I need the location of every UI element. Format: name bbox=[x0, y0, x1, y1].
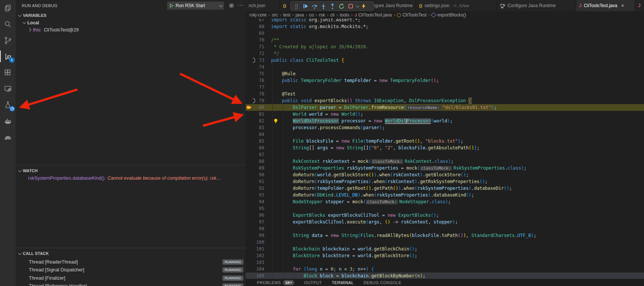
code-text[interactable]: DslParser parser = DslParser.fromResourc… bbox=[293, 104, 496, 111]
sidebar-item-run-and-debug[interactable]: 1 bbox=[0, 48, 16, 64]
code-text[interactable]: doReturn(DbKind.LEVEL_DB).when(rskSystem… bbox=[293, 192, 474, 198]
code-line[interactable]: 86String[] args = new String[]{"0", "2",… bbox=[246, 144, 644, 151]
sidebar-item-docker[interactable] bbox=[0, 113, 16, 129]
code-line[interactable]: 99String data = new String(Files.readAll… bbox=[246, 232, 644, 239]
step-over-button[interactable] bbox=[311, 3, 318, 10]
line-number[interactable]: 68 bbox=[246, 23, 264, 30]
sidebar-item-search[interactable] bbox=[0, 16, 16, 32]
variable-this[interactable]: this: CliToolsTest@29 bbox=[16, 26, 246, 33]
line-number[interactable]: 96 bbox=[246, 212, 264, 219]
call-stack-thread[interactable]: Thread [Signal Dispatcher]RUNNING bbox=[16, 266, 246, 274]
code-line[interactable]: 93doReturn(DbKind.LEVEL_DB).when(rskSyst… bbox=[246, 192, 644, 198]
watch-expression-row[interactable]: rskSystemProperties.databaseKind(): Cann… bbox=[16, 174, 246, 182]
code-text[interactable]: doReturn(tempFolder.getRoot().getPath())… bbox=[293, 185, 512, 192]
line-number[interactable]: 103 bbox=[246, 259, 264, 266]
code-text[interactable]: for (long n = 0; n < 3; n++) { bbox=[293, 266, 374, 273]
breadcrumb-file[interactable]: CliToolsTest.java bbox=[358, 12, 392, 18]
sidebar-item-remote-explorer[interactable] bbox=[0, 80, 16, 97]
code-text[interactable]: public class CliToolsTest { bbox=[271, 57, 344, 64]
call-stack-thread[interactable]: Thread [Finalizer]RUNNING bbox=[16, 274, 246, 282]
line-number[interactable]: 105 bbox=[246, 273, 264, 279]
line-number[interactable]: 73 bbox=[246, 57, 264, 64]
code-line[interactable]: 78@Test bbox=[246, 91, 644, 97]
line-number[interactable]: 75 bbox=[246, 70, 264, 77]
code-line[interactable]: 105Block block = blockchain.getBlockByNu… bbox=[246, 273, 644, 279]
code-line[interactable]: 79public void exportBlocks() throws IOEx… bbox=[246, 97, 644, 104]
code-line[interactable]: 89RskSystemProperties rskSystemPropertie… bbox=[246, 165, 644, 171]
hot-code-replace-lightning-icon[interactable] bbox=[360, 3, 367, 10]
code-text[interactable]: RskContext rskContext = mock(classToMock… bbox=[293, 158, 453, 165]
code-line[interactable]: 102BlockStore blockStore = world.getBloc… bbox=[246, 252, 644, 259]
code-text[interactable]: NodeStopper stopper = mock(classToMock:N… bbox=[293, 198, 451, 206]
code-line[interactable]: 95 bbox=[246, 205, 644, 212]
code-line[interactable]: 83processor.processCommands(parser); bbox=[246, 124, 644, 131]
panel-tab-problems[interactable]: PROBLEMS1K+ bbox=[257, 280, 294, 285]
line-number[interactable]: 91 bbox=[246, 178, 264, 185]
code-line[interactable]: 92doReturn(tempFolder.getRoot().getPath(… bbox=[246, 185, 644, 192]
line-number[interactable]: 101 bbox=[246, 246, 264, 252]
editor-tab-Configure Java Runtime[interactable]: Configure Java Runtime bbox=[497, 0, 576, 11]
code-text[interactable]: public TemporaryFolder tempFolder = new … bbox=[282, 77, 439, 84]
code-text[interactable]: String data = new String(Files.readAllBy… bbox=[293, 232, 536, 239]
gear-icon[interactable] bbox=[228, 3, 234, 9]
code-text[interactable]: exportBlocksCliTool.execute(args, () -> … bbox=[293, 219, 458, 225]
code-text[interactable]: @Test bbox=[282, 91, 295, 97]
line-number[interactable]: 89 bbox=[246, 165, 264, 171]
line-number[interactable]: 85 bbox=[246, 138, 264, 144]
code-text[interactable]: Blockchain blockchain = world.getBlockCh… bbox=[293, 246, 417, 252]
call-stack-section-header[interactable]: CALL STACK bbox=[16, 250, 246, 257]
line-number[interactable]: 81 bbox=[246, 111, 264, 118]
code-line[interactable]: 91doReturn(rskSystemProperties).when(rsk… bbox=[246, 178, 644, 185]
code-line[interactable]: 77 bbox=[246, 84, 644, 91]
line-number[interactable]: 78 bbox=[246, 91, 264, 97]
breadcrumb-item[interactable]: cli bbox=[330, 12, 334, 18]
breadcrumb-item[interactable]: rsk bbox=[319, 12, 325, 18]
line-number[interactable]: 90 bbox=[246, 171, 264, 178]
code-text[interactable]: BlockStore blockStore = world.getBlockSt… bbox=[293, 252, 417, 259]
call-stack-thread[interactable]: Thread [ReaderThread]RUNNING bbox=[16, 258, 246, 266]
step-out-button[interactable] bbox=[329, 3, 336, 10]
code-line[interactable]: 70/** bbox=[246, 37, 644, 43]
code-line[interactable]: 87 bbox=[246, 151, 644, 158]
code-line[interactable]: 84 bbox=[246, 131, 644, 138]
code-line[interactable]: 85File blocksFile = new File(tempFolder.… bbox=[246, 138, 644, 144]
line-number[interactable]: 100 bbox=[246, 239, 264, 246]
code-text[interactable]: import static org.mockito.Mockito.*; bbox=[271, 23, 368, 30]
code-text[interactable]: File blocksFile = new File(tempFolder.ge… bbox=[293, 138, 463, 144]
code-line[interactable]: 96ExportBlocks exportBlocksCliTool = new… bbox=[246, 212, 644, 219]
editor-tab-settings.json[interactable]: {}settings.json~/.../User bbox=[416, 0, 497, 11]
code-line[interactable]: 103 bbox=[246, 259, 644, 266]
line-number[interactable]: 87 bbox=[246, 151, 264, 158]
drag-handle-icon[interactable] bbox=[293, 3, 300, 10]
code-line[interactable]: 97exportBlocksCliTool.execute(args, () -… bbox=[246, 219, 644, 225]
lightbulb-icon[interactable] bbox=[273, 118, 278, 124]
code-line[interactable]: 104for (long n = 0; n < 3; n++) { bbox=[246, 266, 644, 273]
restart-button[interactable] bbox=[338, 3, 345, 10]
editor-tab-CliToolsTest.java[interactable]: JCliToolsTest.java× bbox=[576, 0, 635, 11]
code-text[interactable]: processor.processCommands(parser); bbox=[293, 124, 385, 131]
code-text[interactable]: doReturn(world.getBlockStore()).when(rsk… bbox=[293, 171, 469, 178]
line-number[interactable]: 84 bbox=[246, 131, 264, 138]
code-line[interactable]: 94NodeStopper stopper = mock(classToMock… bbox=[246, 198, 644, 205]
code-editor[interactable]: 67import static org.junit.Assert.*;68imp… bbox=[246, 11, 644, 279]
code-text[interactable]: ExportBlocks exportBlocksCliTool = new E… bbox=[293, 212, 439, 219]
code-line[interactable]: 69 bbox=[246, 30, 644, 37]
line-number[interactable]: 74 bbox=[246, 64, 264, 70]
step-into-button[interactable] bbox=[320, 3, 327, 10]
code-text[interactable]: */ bbox=[271, 50, 279, 57]
code-text[interactable]: * Created by ajlopez on 26/04/2020. bbox=[271, 43, 368, 50]
code-text[interactable]: WorldDslProcessor processor = new WorldD… bbox=[293, 118, 453, 124]
watch-section-header[interactable]: WATCH bbox=[16, 167, 246, 174]
stop-dropdown-chevron-icon[interactable] bbox=[356, 4, 359, 7]
code-text[interactable]: doReturn(rskSystemProperties).when(rskCo… bbox=[293, 178, 487, 185]
code-line[interactable]: 73public class CliToolsTest { bbox=[246, 57, 644, 64]
line-number[interactable]: 72 bbox=[246, 50, 264, 57]
line-number[interactable]: 86 bbox=[246, 144, 264, 151]
breadcrumb-item[interactable]: tools bbox=[340, 12, 349, 18]
sidebar-item-testing[interactable] bbox=[0, 97, 16, 113]
line-number[interactable]: 69 bbox=[246, 30, 264, 37]
code-line[interactable]: 80DslParser parser = DslParser.fromResou… bbox=[246, 104, 644, 111]
code-text[interactable]: /** bbox=[271, 37, 279, 43]
sidebar-item-extensions[interactable] bbox=[0, 64, 16, 80]
editor-tab-nch.json[interactable]: nch.json bbox=[246, 0, 280, 11]
